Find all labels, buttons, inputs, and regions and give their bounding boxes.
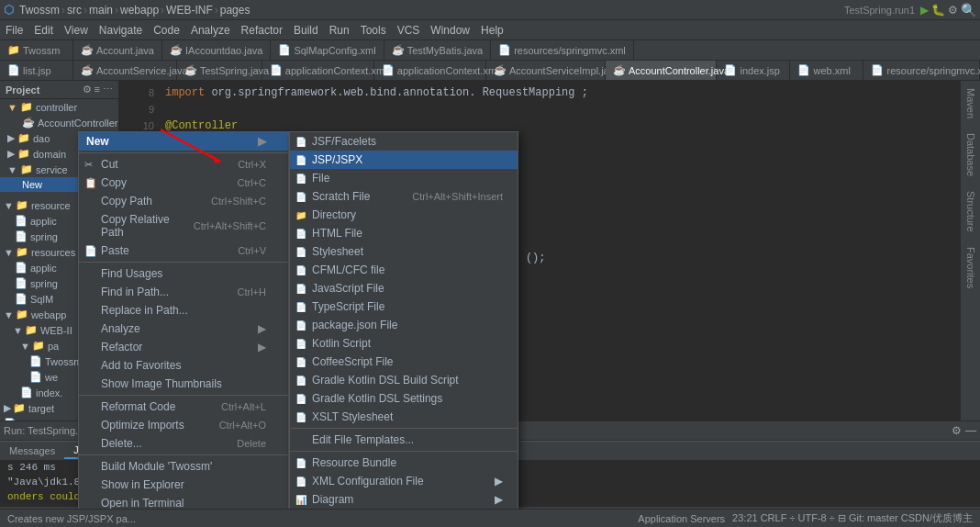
menu-analyze[interactable]: Analyze xyxy=(185,22,236,39)
ctx-delete[interactable]: Delete... Delete xyxy=(79,434,288,453)
ctx-delete-shortcut: Delete xyxy=(237,438,266,449)
menu-help[interactable]: Help xyxy=(475,22,509,39)
menu-build[interactable]: Build xyxy=(288,22,324,39)
sub-resource-bundle[interactable]: 📄 Resource Bundle xyxy=(290,454,518,472)
menu-edit[interactable]: Edit xyxy=(28,22,59,39)
settings-bottom-icon[interactable]: ⚙ xyxy=(952,424,962,437)
debug-button[interactable]: 🐛 xyxy=(931,4,945,17)
arrow-pa: ▼ xyxy=(20,341,30,352)
tab-accountservice[interactable]: ☕ AccountService.java xyxy=(73,61,177,81)
right-panel-structure[interactable]: Structure xyxy=(963,184,978,240)
sub-resource-bundle-label: Resource Bundle xyxy=(312,456,396,469)
menu-run[interactable]: Run xyxy=(324,22,355,39)
sub-kotlin[interactable]: 📄 Kotlin Script xyxy=(290,334,518,353)
tab-iaccountdao[interactable]: ☕ IAccountdao.java xyxy=(162,40,271,61)
ctx-optimize-shortcut: Ctrl+Alt+O xyxy=(219,420,266,431)
sub-xml-config[interactable]: 📄 XML Configuration File ▶ xyxy=(290,472,518,490)
ctx-cut-shortcut: Ctrl+X xyxy=(238,159,266,170)
ctx-build-module[interactable]: Build Module 'Twossm' xyxy=(79,457,288,476)
tab-appcontext[interactable]: 📄 applicationContext.xml xyxy=(262,61,374,81)
tab-springmvc-resources[interactable]: 📄 resources/springmvc.xml xyxy=(491,40,634,61)
tab-index-jsp[interactable]: 📄 index.jsp xyxy=(717,61,790,81)
ctx-find-usages[interactable]: Find Usages xyxy=(79,264,288,283)
tab-list-jsp[interactable]: 📄 list.jsp xyxy=(0,61,73,81)
sub-xslt[interactable]: 📄 XSLT Stylesheet xyxy=(290,408,518,426)
tree-accountcontroller[interactable]: ☕ AccountController xyxy=(0,115,118,130)
menu-window[interactable]: Window xyxy=(425,22,475,39)
console-tab-messages[interactable]: Messages xyxy=(0,443,64,458)
sub-scratch[interactable]: 📄 Scratch File Ctrl+Alt+Shift+Insert xyxy=(290,187,518,206)
settings-icon[interactable]: ⚙ xyxy=(948,4,958,17)
tab-testspring[interactable]: ☕ TestSpring.java xyxy=(177,61,262,81)
search-icon[interactable]: 🔍 xyxy=(961,3,976,17)
ctx-copy-relative-path[interactable]: Copy Relative Path Ctrl+Alt+Shift+C xyxy=(79,210,288,241)
sub-typescript[interactable]: 📄 TypeScript File xyxy=(290,297,518,316)
ctx-find-in-path[interactable]: Find in Path... Ctrl+H xyxy=(79,283,288,301)
menu-navigate[interactable]: Navigate xyxy=(94,22,148,39)
ctx-new[interactable]: New ▶ xyxy=(79,132,288,151)
paste-icon: 📄 xyxy=(84,245,97,257)
sub-jspjspx[interactable]: 📄 JSP/JSPX xyxy=(290,151,518,169)
ctx-show-explorer[interactable]: Show in Explorer xyxy=(79,476,288,494)
cut-icon: ✂ xyxy=(84,159,93,171)
tab-appcontext2[interactable]: 📄 applicationContext.xml xyxy=(374,61,486,81)
sub-diagram[interactable]: 📊 Diagram ▶ xyxy=(290,490,518,509)
sub-directory[interactable]: 📁 Directory xyxy=(290,206,518,224)
sub-gradle-settings[interactable]: 📄 Gradle Kotlin DSL Settings xyxy=(290,389,518,408)
ctx-add-favorites[interactable]: Add to Favorites xyxy=(79,356,288,375)
folder-icon-pa: 📁 xyxy=(32,340,45,352)
menu-view[interactable]: View xyxy=(59,22,94,39)
tab-account-java[interactable]: ☕ Account.java xyxy=(73,40,162,61)
minimize-icon[interactable]: — xyxy=(965,424,976,437)
tab-accountserviceimpl[interactable]: ☕ AccountServiceImpl.java xyxy=(486,61,606,81)
sub-cfml[interactable]: 📄 CFML/CFC file xyxy=(290,261,518,279)
sub-file[interactable]: 📄 File xyxy=(290,169,518,187)
ctx-replace-in-path[interactable]: Replace in Path... xyxy=(79,301,288,320)
menu-file[interactable]: File xyxy=(0,22,28,39)
sub-html[interactable]: 📄 HTML File xyxy=(290,224,518,242)
tab-twossm[interactable]: 📁 Twossm xyxy=(0,40,73,61)
java-icon3: ☕ xyxy=(392,44,405,56)
tab-testmybatis[interactable]: ☕ TestMyBatis.java xyxy=(384,40,492,61)
breadcrumb-webapp: webapp xyxy=(120,4,159,17)
tab-web-xml[interactable]: 📄 web.xml xyxy=(790,61,863,81)
ctx-paste[interactable]: 📄 Paste Ctrl+V xyxy=(79,241,288,260)
sub-packagejson[interactable]: 📄 package.json File xyxy=(290,316,518,334)
tab-accountcontroller[interactable]: ☕ AccountController.java xyxy=(606,61,718,81)
sub-javascript[interactable]: 📄 JavaScript File xyxy=(290,279,518,297)
menu-code[interactable]: Code xyxy=(148,22,185,39)
ctx-copy-relative-label: Copy Relative Path xyxy=(101,213,175,239)
sidebar-expand-icon[interactable]: ≡ xyxy=(95,84,100,95)
pkg-icon: 📄 xyxy=(295,320,306,331)
ctx-find-usages-label: Find Usages xyxy=(101,267,162,280)
ctx-show-thumbnails[interactable]: Show Image Thumbnails xyxy=(79,375,288,393)
ctx-copy-path[interactable]: Copy Path Ctrl+Shift+C xyxy=(79,192,288,210)
ctx-find-in-path-shortcut: Ctrl+H xyxy=(238,286,266,297)
ctx-refactor[interactable]: Refactor ▶ xyxy=(79,338,288,356)
tab-sqlmapconfig[interactable]: 📄 SqlMapConfig.xml xyxy=(271,40,384,61)
sub-stylesheet[interactable]: 📄 Stylesheet xyxy=(290,242,518,261)
sub-xslt-label: XSLT Stylesheet xyxy=(312,410,393,423)
tab-resource-springmvc[interactable]: 📄 resource/springmvc.xml xyxy=(863,61,980,81)
menu-vcs[interactable]: VCS xyxy=(392,22,426,39)
sidebar-settings-icon[interactable]: ⋯ xyxy=(103,84,113,95)
sub-edit-templates[interactable]: Edit File Templates... xyxy=(290,431,518,449)
sidebar-gear-icon[interactable]: ⚙ xyxy=(83,84,92,95)
coffee-icon: 📄 xyxy=(295,357,306,367)
breadcrumb-src: src xyxy=(67,4,82,17)
ctx-analyze[interactable]: Analyze ▶ xyxy=(79,320,288,338)
sub-coffee[interactable]: 📄 CoffeeScript File xyxy=(290,353,518,371)
ctx-reformat[interactable]: Reformat Code Ctrl+Alt+L xyxy=(79,398,288,416)
ctx-optimize-imports[interactable]: Optimize Imports Ctrl+Alt+O xyxy=(79,416,288,434)
menu-refactor[interactable]: Refactor xyxy=(236,22,288,39)
run-button[interactable]: ▶ xyxy=(920,4,929,17)
ctx-copy[interactable]: 📋 Copy Ctrl+C xyxy=(79,174,288,192)
right-panel-favorites[interactable]: Favorites xyxy=(963,240,978,296)
sub-jsf[interactable]: 📄 JSF/Facelets xyxy=(290,132,518,151)
tree-controller[interactable]: ▼ 📁 controller xyxy=(0,99,118,115)
right-panel-database[interactable]: Database xyxy=(963,126,978,184)
menu-tools[interactable]: Tools xyxy=(355,22,392,39)
sub-gradle-build[interactable]: 📄 Gradle Kotlin DSL Build Script xyxy=(290,371,518,389)
ctx-cut[interactable]: ✂ Cut Ctrl+X xyxy=(79,155,288,174)
right-panel-maven[interactable]: Maven xyxy=(963,81,978,126)
